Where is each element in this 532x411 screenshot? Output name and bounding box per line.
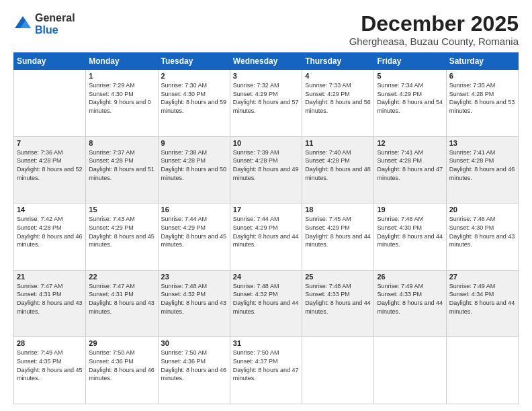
day-number: 26 [377, 273, 443, 281]
col-sunday: Sunday [14, 53, 86, 70]
header: General Blue December 2025 Ghergheasa, B… [13, 12, 519, 47]
day-info: Sunrise: 7:50 AMSunset: 4:37 PMDaylight:… [233, 349, 299, 382]
day-info: Sunrise: 7:46 AMSunset: 4:30 PMDaylight:… [449, 215, 515, 248]
day-number: 25 [305, 273, 371, 281]
table-row: 15Sunrise: 7:43 AMSunset: 4:29 PMDayligh… [86, 203, 158, 271]
logo-text: General Blue [35, 12, 75, 36]
day-info: Sunrise: 7:29 AMSunset: 4:30 PMDaylight:… [89, 81, 154, 115]
table-row: 25Sunrise: 7:48 AMSunset: 4:33 PMDayligh… [302, 270, 374, 337]
table-row: 6Sunrise: 7:35 AMSunset: 4:28 PMDaylight… [446, 70, 518, 137]
col-tuesday: Tuesday [158, 53, 230, 70]
logo: General Blue [13, 12, 75, 36]
day-info: Sunrise: 7:45 AMSunset: 4:29 PMDaylight:… [305, 215, 371, 248]
day-number: 20 [449, 205, 515, 214]
day-number: 15 [89, 205, 154, 214]
day-number: 9 [161, 139, 227, 147]
table-row: 2Sunrise: 7:30 AMSunset: 4:30 PMDaylight… [158, 70, 230, 137]
day-info: Sunrise: 7:30 AMSunset: 4:30 PMDaylight:… [161, 81, 227, 115]
day-info: Sunrise: 7:42 AMSunset: 4:28 PMDaylight:… [17, 215, 83, 248]
day-number: 14 [17, 205, 83, 214]
table-row: 12Sunrise: 7:41 AMSunset: 4:28 PMDayligh… [374, 136, 446, 203]
calendar-week-row: 7Sunrise: 7:36 AMSunset: 4:28 PMDaylight… [14, 136, 519, 203]
location-title: Ghergheasa, Buzau County, Romania [349, 36, 519, 47]
day-info: Sunrise: 7:48 AMSunset: 4:32 PMDaylight:… [233, 282, 299, 316]
day-info: Sunrise: 7:44 AMSunset: 4:29 PMDaylight:… [161, 215, 227, 248]
day-info: Sunrise: 7:38 AMSunset: 4:28 PMDaylight:… [161, 148, 227, 182]
table-row: 18Sunrise: 7:45 AMSunset: 4:29 PMDayligh… [302, 203, 374, 271]
table-row: 24Sunrise: 7:48 AMSunset: 4:32 PMDayligh… [230, 270, 302, 337]
day-number: 27 [449, 273, 515, 281]
day-info: Sunrise: 7:41 AMSunset: 4:28 PMDaylight:… [449, 148, 515, 182]
day-info: Sunrise: 7:48 AMSunset: 4:33 PMDaylight:… [305, 282, 371, 316]
day-info: Sunrise: 7:44 AMSunset: 4:29 PMDaylight:… [233, 215, 299, 248]
day-number: 8 [89, 139, 154, 147]
col-wednesday: Wednesday [230, 53, 302, 70]
calendar-week-row: 1Sunrise: 7:29 AMSunset: 4:30 PMDaylight… [14, 70, 519, 137]
table-row: 21Sunrise: 7:47 AMSunset: 4:31 PMDayligh… [14, 270, 86, 337]
table-row [302, 337, 374, 404]
day-number: 1 [89, 72, 154, 80]
day-info: Sunrise: 7:49 AMSunset: 4:33 PMDaylight:… [377, 282, 443, 316]
month-title: December 2025 [349, 12, 519, 36]
table-row [446, 337, 518, 404]
day-number: 31 [233, 339, 299, 347]
day-info: Sunrise: 7:47 AMSunset: 4:31 PMDaylight:… [17, 282, 83, 316]
logo-general: General [35, 12, 75, 24]
day-info: Sunrise: 7:40 AMSunset: 4:28 PMDaylight:… [305, 148, 371, 182]
table-row: 11Sunrise: 7:40 AMSunset: 4:28 PMDayligh… [302, 136, 374, 203]
table-row: 16Sunrise: 7:44 AMSunset: 4:29 PMDayligh… [158, 203, 230, 271]
day-info: Sunrise: 7:35 AMSunset: 4:28 PMDaylight:… [449, 81, 515, 115]
table-row: 9Sunrise: 7:38 AMSunset: 4:28 PMDaylight… [158, 136, 230, 203]
table-row: 3Sunrise: 7:32 AMSunset: 4:29 PMDaylight… [230, 70, 302, 137]
col-saturday: Saturday [446, 53, 518, 70]
day-number: 30 [161, 339, 227, 347]
day-number: 28 [17, 339, 83, 347]
table-row: 8Sunrise: 7:37 AMSunset: 4:28 PMDaylight… [86, 136, 158, 203]
day-number: 6 [449, 72, 515, 80]
calendar-week-row: 14Sunrise: 7:42 AMSunset: 4:28 PMDayligh… [14, 203, 519, 271]
table-row: 20Sunrise: 7:46 AMSunset: 4:30 PMDayligh… [446, 203, 518, 271]
table-row: 29Sunrise: 7:50 AMSunset: 4:36 PMDayligh… [86, 337, 158, 404]
day-info: Sunrise: 7:47 AMSunset: 4:31 PMDaylight:… [89, 282, 154, 316]
calendar-table: Sunday Monday Tuesday Wednesday Thursday… [13, 52, 519, 404]
day-number: 21 [17, 273, 83, 281]
day-info: Sunrise: 7:49 AMSunset: 4:34 PMDaylight:… [449, 282, 515, 316]
day-number: 2 [161, 72, 227, 80]
day-number: 12 [377, 139, 443, 147]
day-number: 24 [233, 273, 299, 281]
day-number: 29 [89, 339, 154, 347]
table-row: 7Sunrise: 7:36 AMSunset: 4:28 PMDaylight… [14, 136, 86, 203]
table-row [374, 337, 446, 404]
day-number: 16 [161, 205, 227, 214]
day-info: Sunrise: 7:50 AMSunset: 4:36 PMDaylight:… [161, 349, 227, 382]
table-row: 1Sunrise: 7:29 AMSunset: 4:30 PMDaylight… [86, 70, 158, 137]
table-row: 23Sunrise: 7:48 AMSunset: 4:32 PMDayligh… [158, 270, 230, 337]
day-number: 18 [305, 205, 371, 214]
day-number: 13 [449, 139, 515, 147]
day-number: 5 [377, 72, 443, 80]
col-friday: Friday [374, 53, 446, 70]
calendar-header-row: Sunday Monday Tuesday Wednesday Thursday… [14, 53, 519, 70]
table-row [14, 70, 86, 137]
day-number: 10 [233, 139, 299, 147]
title-block: December 2025 Ghergheasa, Buzau County, … [349, 12, 519, 47]
day-number: 3 [233, 72, 299, 80]
day-number: 23 [161, 273, 227, 281]
table-row: 28Sunrise: 7:49 AMSunset: 4:35 PMDayligh… [14, 337, 86, 404]
table-row: 30Sunrise: 7:50 AMSunset: 4:36 PMDayligh… [158, 337, 230, 404]
day-info: Sunrise: 7:46 AMSunset: 4:30 PMDaylight:… [377, 215, 443, 248]
logo-icon [13, 15, 32, 34]
table-row: 22Sunrise: 7:47 AMSunset: 4:31 PMDayligh… [86, 270, 158, 337]
calendar-week-row: 21Sunrise: 7:47 AMSunset: 4:31 PMDayligh… [14, 270, 519, 337]
day-info: Sunrise: 7:48 AMSunset: 4:32 PMDaylight:… [161, 282, 227, 316]
day-number: 19 [377, 205, 443, 214]
day-info: Sunrise: 7:32 AMSunset: 4:29 PMDaylight:… [233, 81, 299, 115]
table-row: 4Sunrise: 7:33 AMSunset: 4:29 PMDaylight… [302, 70, 374, 137]
table-row: 13Sunrise: 7:41 AMSunset: 4:28 PMDayligh… [446, 136, 518, 203]
table-row: 26Sunrise: 7:49 AMSunset: 4:33 PMDayligh… [374, 270, 446, 337]
day-info: Sunrise: 7:50 AMSunset: 4:36 PMDaylight:… [89, 349, 154, 382]
day-info: Sunrise: 7:34 AMSunset: 4:29 PMDaylight:… [377, 81, 443, 115]
table-row: 19Sunrise: 7:46 AMSunset: 4:30 PMDayligh… [374, 203, 446, 271]
day-info: Sunrise: 7:41 AMSunset: 4:28 PMDaylight:… [377, 148, 443, 182]
day-number: 17 [233, 205, 299, 214]
